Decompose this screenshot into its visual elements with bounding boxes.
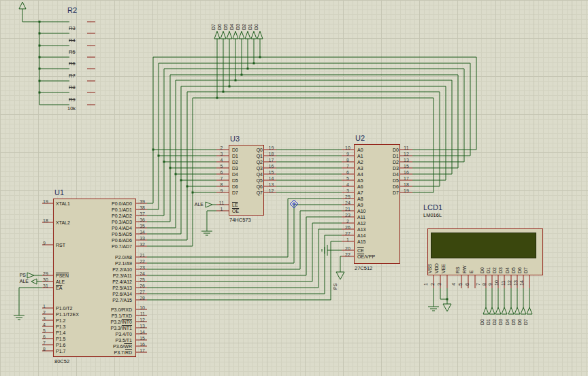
pin-name: A8 (357, 196, 363, 201)
terminal-label: D6 (517, 319, 522, 325)
pin-row[interactable]: 17P3.7/RD (59, 349, 147, 356)
pin-number: 17 (401, 176, 412, 181)
u3-ref[interactable]: U3 (230, 135, 240, 143)
pin-name: P3.5/T1 (115, 338, 132, 343)
resistor-pack-ref[interactable]: R2 (67, 6, 77, 14)
pin-row[interactable]: 12P3.2/INT0 (59, 319, 147, 325)
pin-row[interactable]: 10P3.0/RXD (59, 307, 147, 313)
pin-name: A14 (357, 233, 365, 238)
pin-row[interactable]: 13P3.3/INT1 (59, 325, 147, 331)
pin-number: 21 (140, 253, 145, 258)
pin-name: RS (455, 267, 460, 273)
pin-row[interactable]: 25P2.4/A12 (59, 279, 147, 285)
u3-q-pins[interactable]: 19Q018Q117Q216Q315Q414Q513Q612Q7 (225, 147, 276, 196)
terminal-label: D4 (229, 24, 234, 30)
pin-row[interactable]: 12Q7 (225, 190, 276, 196)
u1-port0-pins[interactable]: 39P0.0/AD038P0.1/AD137P0.2/AD236P0.3/AD3… (59, 201, 147, 250)
pin-number: 5 (43, 328, 46, 333)
pin-name: Q5 (257, 178, 263, 183)
psen-terminal-label[interactable]: PS (16, 273, 26, 278)
ale-u3-terminal-label[interactable]: ALE (191, 202, 203, 207)
pin-number: 31 (43, 284, 48, 288)
pin-number: 28 (140, 296, 145, 301)
pin-number: 3 (437, 283, 442, 286)
pin-row[interactable]: 38P0.1/AD1 (59, 207, 147, 213)
pin-row[interactable]: 16P3.6/WR (59, 343, 147, 349)
pin-name: D4 (505, 267, 510, 273)
pin-number: 3 (43, 316, 46, 321)
pin-name: Q3 (257, 166, 263, 171)
terminal-label: D0 (480, 319, 485, 325)
pin-number: 27 (140, 290, 145, 294)
lcd-ref[interactable]: LCD1 (423, 203, 442, 211)
pin-number: 39 (140, 199, 145, 204)
pin-row[interactable]: 27P2.6/A14 (59, 291, 147, 297)
u2-ctrl-pins[interactable]: 20CE22OE/VPP (342, 247, 396, 260)
pin-row[interactable]: 32P0.7/AD7 (59, 243, 147, 250)
pin-number: 11 (401, 146, 412, 150)
resistor-ref-struck: R9 (69, 97, 76, 103)
pin-row[interactable]: 35P0.4/AD4 (59, 225, 147, 231)
pin-row[interactable]: 15P3.5/T1 (59, 337, 147, 343)
pin-row[interactable]: 34P0.5/AD5 (59, 231, 147, 237)
pin-number: 22 (140, 259, 145, 264)
u1-port2-pins[interactable]: 21P2.0/A822P2.1/A923P2.2/A1024P2.3/A1125… (59, 254, 147, 303)
u2-ref[interactable]: U2 (355, 134, 365, 142)
pin-name: A15 (357, 239, 365, 244)
pin-row[interactable]: 33P0.6/AD6 (59, 237, 147, 243)
pin-name-part: P3.1/TXD (112, 313, 132, 318)
u2-address-high-pins[interactable]: 25A824A921A1023A112A1226A1327A141A15 (342, 196, 396, 245)
resistor-ref-struck: R3 (69, 25, 76, 31)
pin-number: 20 (342, 246, 353, 251)
pin-row[interactable]: 14P3.4/T0 (59, 331, 147, 337)
pin-number: 14 (140, 330, 145, 335)
terminal-label: D5 (223, 24, 228, 30)
ale-terminal-label[interactable]: ALE (16, 279, 29, 284)
pin-row[interactable]: 26P2.5/A13 (59, 285, 147, 291)
pin-row[interactable]: 1A15 (342, 239, 396, 245)
pin-name-part: P3.7/ (114, 350, 125, 355)
ps-u2-terminal-label[interactable]: PS (333, 284, 338, 290)
pin-name: P2.5/A13 (112, 286, 132, 290)
pin-name-part: OE (357, 254, 364, 259)
pin-row[interactable]: 23P2.2/A10 (59, 267, 147, 273)
pin-name: P0.4/AD4 (112, 226, 132, 230)
u3-ctrl-pins[interactable]: 11LE1OE (216, 202, 257, 214)
pin-name: RW (462, 265, 467, 273)
pin-row[interactable]: 22OE/VPP (342, 254, 396, 260)
lcd-screen[interactable] (431, 233, 536, 258)
pin-name: P3.6/WR (113, 344, 132, 349)
pin-name-part: /VPP (364, 254, 375, 259)
u1-port3-pins[interactable]: 10P3.0/RXD11P3.1/TXD12P3.2/INT013P3.3/IN… (59, 307, 147, 356)
pin-name-part: RD (125, 350, 132, 355)
pin-row[interactable]: 11P3.1/TXD (59, 313, 147, 319)
pin-number: 16 (266, 164, 276, 169)
pin-name-part: P3.0/RXD (111, 307, 132, 312)
u1-ref[interactable]: U1 (54, 188, 64, 196)
pin-name: P3.0/RXD (111, 307, 132, 312)
pin-row[interactable]: 1OE (216, 208, 257, 214)
pin-row[interactable]: 22P2.1/A9 (59, 260, 147, 267)
terminal-label: D6 (217, 24, 222, 30)
terminal-label: D5 (511, 319, 516, 325)
pin-row[interactable]: 24P2.3/A11 (59, 273, 147, 279)
pin-number: 26 (140, 284, 145, 288)
pin-name-part: LE (232, 203, 238, 207)
pin-number: 16 (401, 170, 412, 175)
pin-row[interactable]: 21P2.0/A8 (59, 254, 147, 260)
pin-name: D4 (393, 172, 399, 177)
pin-number: 33 (140, 236, 145, 241)
pin-row[interactable]: 37P0.2/AD2 (59, 213, 147, 219)
pin-number: 6 (43, 335, 46, 339)
pin-row[interactable]: 19D7 (361, 190, 412, 196)
pin-name-part: OE (232, 209, 239, 213)
pin-row[interactable]: 39P0.0/AD0 (59, 201, 147, 207)
pin-row[interactable]: 28P2.7/A15 (59, 297, 147, 303)
pin-name: D7 (523, 267, 528, 273)
pin-row[interactable]: 36P0.3/AD3 (59, 219, 147, 225)
resistor-ref-struck: R8 (69, 84, 76, 90)
u2-data-pins[interactable]: 11D012D113D215D316D417D518D619D7 (361, 147, 412, 196)
pin-number: 5 (342, 176, 353, 181)
pin-number: 9 (43, 241, 46, 245)
pin-number: 8 (43, 347, 46, 352)
